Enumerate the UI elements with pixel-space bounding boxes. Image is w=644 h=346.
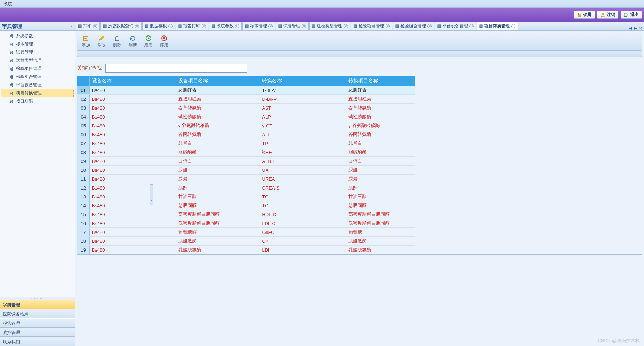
sidebar-item-6[interactable]: 平台设备管理 xyxy=(1,81,74,89)
doc-icon xyxy=(245,24,249,28)
table-row[interactable]: 17Bs480葡萄糖醇Glu-G葡萄糖 xyxy=(77,228,415,237)
table-row[interactable]: 03Bs480谷草转氨酶AST谷草转氨酶 xyxy=(77,104,415,112)
tab-10[interactable]: 平台设备管理✕ xyxy=(435,22,476,30)
cell-device: Bs480 xyxy=(89,121,176,130)
tab-close-icon[interactable]: ✕ xyxy=(469,24,474,28)
table-row[interactable]: 06Bs480谷丙转氨酶ALT谷丙转氨酶 xyxy=(77,130,415,139)
tab-close-all[interactable]: ✕ xyxy=(638,26,643,30)
table-row[interactable]: 14Bs480总胆固醇TC总胆固醇 xyxy=(77,201,415,210)
svg-rect-36 xyxy=(279,25,282,28)
cell-device: Bs480 xyxy=(89,166,176,175)
cell-device: Bs480 xyxy=(89,219,176,228)
lock-screen-button[interactable]: 锁屏 xyxy=(574,11,595,19)
table-row[interactable]: 09Bs480白蛋白ALB Ⅱ白蛋白 xyxy=(77,157,415,166)
cell-conv: HDL-C xyxy=(260,210,346,219)
tab-close-icon[interactable]: ✕ xyxy=(386,24,390,28)
tab-9[interactable]: 检验组合管理✕ xyxy=(393,22,434,30)
sidebar-item-4[interactable]: 检验项目管理 xyxy=(1,65,74,73)
toolbar-label: 刷新 xyxy=(129,42,137,48)
sidebar-item-3[interactable]: 送检类型管理 xyxy=(1,56,74,65)
table-row[interactable]: 05Bs480γ-谷氨酰转移酶γ-GTγ-谷氨酰转移酶 xyxy=(77,121,415,130)
tab-close-icon[interactable]: ✕ xyxy=(427,24,432,28)
exit-button[interactable]: 退出 xyxy=(621,11,642,19)
table-row[interactable]: 12Bs480肌酐CREA-S肌酐 xyxy=(77,183,415,192)
table-row[interactable]: 13Bs480甘油三酯TG甘油三酯 xyxy=(77,192,415,201)
tab-0[interactable]: 打印✕ xyxy=(76,22,100,30)
sidebar-item-2[interactable]: 试管管理 xyxy=(1,48,74,56)
tab-label: 项目转换管理 xyxy=(484,23,510,29)
cell-project: 谷丙转氨酶 xyxy=(176,130,260,139)
tab-close-icon[interactable]: ✕ xyxy=(93,24,97,28)
svg-rect-5 xyxy=(11,37,12,38)
edit-button[interactable]: 修改 xyxy=(96,34,107,49)
nav-group-4[interactable]: 联系我们 xyxy=(0,337,75,346)
sidebar-collapse-icon[interactable]: « xyxy=(70,22,72,31)
table-row[interactable]: 18Bs480肌酸激酶CK肌酸激酶 xyxy=(77,237,415,246)
tab-close-icon[interactable]: ✕ xyxy=(135,24,139,28)
col-convproj[interactable]: 转换项目名称 xyxy=(346,76,415,86)
tab-4[interactable]: 系统参数✕ xyxy=(209,22,242,30)
sidebar-item-label: 项目转换管理 xyxy=(16,90,42,96)
tab-close-icon[interactable]: ✕ xyxy=(202,24,206,28)
sidebar-item-7[interactable]: 项目转换管理 xyxy=(1,89,74,97)
sidebar-item-0[interactable]: 系统参数 xyxy=(1,32,74,40)
tab-close-icon[interactable]: ✕ xyxy=(235,24,239,28)
col-project[interactable]: 设备项目名称 xyxy=(176,76,260,86)
cell-conv: ALB Ⅱ xyxy=(260,157,346,166)
sidebar-item-5[interactable]: 检验组合管理 xyxy=(1,73,74,81)
tab-3[interactable]: 报告打印✕ xyxy=(176,22,208,30)
tab-close-icon[interactable]: ✕ xyxy=(344,24,348,28)
sidebar-item-1[interactable]: 标本管理 xyxy=(1,40,74,48)
search-input[interactable] xyxy=(105,64,247,73)
tab-close-icon[interactable]: ✕ xyxy=(511,24,515,28)
logout-button[interactable]: 注销 xyxy=(597,11,618,19)
table-row[interactable]: 08Bs480胆碱酯酶CHE胆碱酯酶 xyxy=(77,148,415,157)
row-number: 10 xyxy=(77,166,89,175)
tab-close-icon[interactable]: ✕ xyxy=(302,24,306,28)
delete-button[interactable]: 删除 xyxy=(111,34,123,49)
disable-button[interactable]: 停用 xyxy=(158,34,170,49)
tab-close-icon[interactable]: ✕ xyxy=(268,24,273,28)
tab-8[interactable]: 检验项目管理✕ xyxy=(351,22,392,30)
table-row[interactable]: 11Bs480尿素UREA尿素 xyxy=(77,175,415,183)
tab-2[interactable]: 数据存根✕ xyxy=(142,22,175,30)
tab-7[interactable]: 送检类型管理✕ xyxy=(309,22,350,30)
svg-rect-17 xyxy=(11,69,12,70)
table-row[interactable]: 19Bs480乳酸脱氢酶LDH乳酸脱氢酶 xyxy=(77,246,415,254)
tab-1[interactable]: 历史数据查询✕ xyxy=(100,22,142,30)
col-device[interactable]: 设备名称 xyxy=(89,76,176,86)
tab-11[interactable]: 项目转换管理✕ xyxy=(477,22,518,30)
table-row[interactable]: 07Bs480总蛋白TP总蛋白 xyxy=(77,139,415,148)
table-row[interactable]: 15Bs480高密度脂蛋白胆固醇HDL-C高密度脂蛋白胆固醇 xyxy=(77,210,415,219)
sidebar-item-8[interactable]: 接口对码 xyxy=(1,97,74,105)
tab-prev[interactable]: ◀ xyxy=(628,26,633,30)
table-row[interactable]: 16Bs480低密度脂蛋白胆固醇LDL-C低密度脂蛋白胆固醇 xyxy=(77,219,415,228)
tab-close-icon[interactable]: ✕ xyxy=(168,24,173,28)
table-row[interactable]: 01Bs480总胆红素T-Bil-V总胆红素 xyxy=(77,86,415,95)
tab-label: 标本管理 xyxy=(250,23,267,29)
add-button[interactable]: 添加 xyxy=(80,34,92,49)
printer-icon xyxy=(9,91,14,96)
col-rownum[interactable] xyxy=(77,76,89,86)
sidebar-tree: 系统参数标本管理试管管理送检类型管理检验项目管理检验组合管理平台设备管理项目转换… xyxy=(0,31,75,297)
sidebar-item-label: 标本管理 xyxy=(16,41,33,47)
table-row[interactable]: 04Bs480碱性磷酸酶ALP碱性磷酸酶 xyxy=(77,112,415,121)
refresh-button[interactable]: 刷新 xyxy=(127,34,138,49)
table-row[interactable]: 02Bs480直接胆红素D-Bil-V直接胆红素 xyxy=(77,95,415,104)
doc-icon xyxy=(178,24,182,28)
panel-collapse-handle[interactable]: ◂◂ xyxy=(150,184,153,205)
tab-next[interactable]: ▶ xyxy=(633,26,638,30)
nav-group-2[interactable]: 报告管理 xyxy=(0,318,75,328)
tab-6[interactable]: 试管管理✕ xyxy=(276,22,309,30)
cell-project: 总蛋白 xyxy=(176,139,260,148)
cell-device: Bs480 xyxy=(89,148,176,157)
sidebar-grip[interactable]: ∙∙∙∙∙∙∙∙ xyxy=(0,297,75,300)
nav-group-0[interactable]: 字典管理 xyxy=(0,300,75,309)
logout-icon xyxy=(600,12,605,17)
col-conv[interactable]: 转换名称 xyxy=(260,76,346,86)
nav-group-3[interactable]: 质控管理 xyxy=(0,328,75,337)
table-row[interactable]: 10Bs480尿酸UA尿酸 xyxy=(77,166,415,175)
nav-group-1[interactable]: 医院设备站点 xyxy=(0,309,75,318)
enable-button[interactable]: 启用 xyxy=(143,34,154,49)
tab-5[interactable]: 标本管理✕ xyxy=(242,22,275,30)
